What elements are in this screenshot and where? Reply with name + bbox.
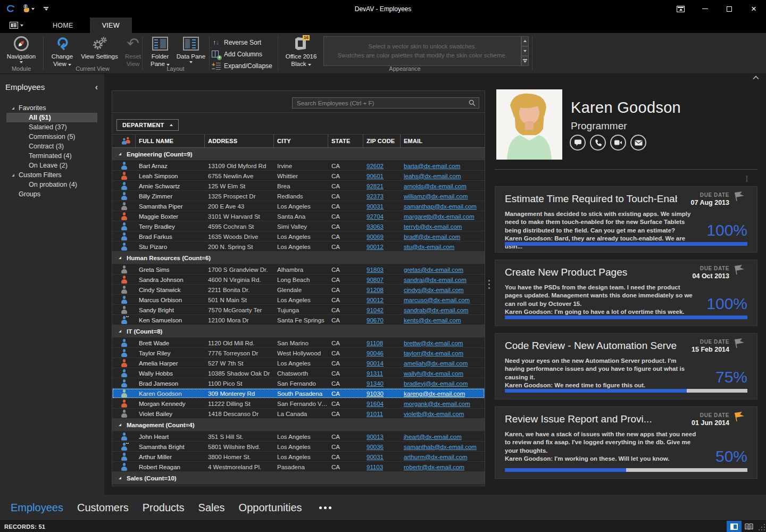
employee-row[interactable]: John Heart 351 S Hill St. Los Angeles CA… (112, 431, 485, 442)
cell-email-link[interactable]: brettw@dx-email.com (401, 340, 485, 346)
cell-email-link[interactable]: ameliah@dx-email.com (401, 360, 485, 367)
gallery-scroll-up-button[interactable] (521, 36, 529, 46)
column-header-icon[interactable] (112, 135, 136, 147)
employee-row[interactable]: Arnie Schwartz 125 W Elm St Brea CA 9282… (112, 181, 485, 191)
resize-grip[interactable] (757, 523, 765, 530)
employee-row[interactable]: Sandra Johnson 4600 N Virginia Rd. Long … (112, 275, 485, 285)
cell-zip-link[interactable]: 91340 (363, 380, 401, 387)
employee-row[interactable]: Violet Bailey 1418 Descanso Dr La Canada… (112, 409, 485, 419)
cell-zip-link[interactable]: 91208 (363, 287, 401, 293)
reverse-sort-button[interactable]: ↑↓ Reverse Sort (212, 37, 261, 48)
close-button[interactable]: × (742, 0, 766, 18)
employee-row[interactable]: Sandy Bright 7570 McGroarty Ter Tujunga … (112, 305, 485, 315)
app-logo-icon[interactable] (4, 3, 17, 15)
employee-row[interactable]: Brad Jameson 1100 Pico St San Fernando C… (112, 378, 485, 388)
cell-zip-link[interactable]: 91011 (363, 411, 401, 417)
employee-row[interactable]: Maggie Boxter 3101 W Harvard St Santa An… (112, 211, 485, 221)
call-button[interactable] (590, 135, 606, 151)
employee-row[interactable]: Marcus Orbison 501 N Main St Los Angeles… (112, 295, 485, 305)
cell-email-link[interactable]: terryb@dx-email.com (401, 223, 485, 230)
cell-email-link[interactable]: kents@dx-email.com (401, 317, 485, 323)
reset-view-button[interactable]: ↶ Reset View (121, 35, 145, 68)
cell-email-link[interactable]: kareng@dx-email.com (401, 390, 485, 397)
sidebar-filter-item[interactable]: Contract (3) (0, 142, 104, 151)
column-header-full-name[interactable]: FULL NAME (136, 135, 205, 147)
cell-email-link[interactable]: gretas@dx-email.com (401, 267, 485, 273)
cell-zip-link[interactable]: 90031 (363, 454, 401, 460)
change-view-button[interactable]: ⟳ Change View (48, 35, 77, 68)
cell-email-link[interactable]: sandraj@dx-email.com (401, 277, 485, 283)
navigation-button[interactable]: Navigation (4, 35, 38, 63)
sidebar-filter-item[interactable]: On Leave (2) (0, 161, 104, 170)
cell-zip-link[interactable]: 93063 (363, 223, 401, 230)
data-pane-button[interactable]: Data Pane (176, 35, 206, 63)
add-columns-button[interactable]: + Add Columns (212, 49, 262, 60)
cell-zip-link[interactable]: 90031 (363, 203, 401, 210)
cell-email-link[interactable]: arnolds@dx-email.com (401, 183, 485, 189)
search-input[interactable] (296, 99, 469, 107)
employee-row[interactable]: Bart Arnaz 13109 Old Myford Rd Irvine CA… (112, 161, 485, 171)
cell-email-link[interactable]: wallyh@dx-email.com (401, 370, 485, 377)
cell-zip-link[interactable]: 90601 (363, 173, 401, 179)
column-header-city[interactable]: CITY (274, 135, 328, 147)
sidebar-filter-item[interactable]: Commission (5) (0, 132, 104, 142)
employee-row[interactable]: Robert Reagan 4 Westmoreland Pl. Pasaden… (112, 462, 485, 472)
sidebar-filter-item[interactable]: Terminated (4) (0, 151, 104, 161)
chat-button[interactable] (570, 135, 586, 151)
nav-item-opportunities[interactable]: Opportunities (239, 502, 302, 514)
search-icon[interactable] (469, 99, 476, 106)
cell-email-link[interactable]: violetb@dx-email.com (401, 411, 485, 417)
grid-group-row[interactable]: Sales (Count=10) (112, 472, 485, 485)
panel-splitter[interactable] (486, 74, 492, 495)
column-header-state[interactable]: STATE (328, 135, 363, 147)
cell-email-link[interactable]: bradf@dx-email.com (401, 234, 485, 240)
cell-email-link[interactable]: marcuso@dx-email.com (401, 297, 485, 303)
tab-view[interactable]: VIEW (90, 18, 132, 33)
employee-row[interactable]: Taylor Riley 7776 Torreyson Dr West Holl… (112, 348, 485, 358)
employee-row[interactable]: Arthur Miller 3800 Homer St. Los Angeles… (112, 452, 485, 462)
book-view-button[interactable] (742, 521, 756, 532)
cell-zip-link[interactable]: 91042 (363, 307, 401, 313)
reading-pane-toggle-button[interactable] (727, 521, 742, 532)
touch-mode-button[interactable] (20, 3, 36, 15)
app-menu-button[interactable] (0, 18, 31, 33)
cell-zip-link[interactable]: 91803 (363, 267, 401, 273)
nav-item-employees[interactable]: Employees (11, 502, 63, 514)
cell-zip-link[interactable]: 91030 (363, 390, 401, 397)
cell-zip-link[interactable]: 91604 (363, 401, 401, 407)
employee-row[interactable]: Morgan Kennedy 11222 Dilling St San Fern… (112, 398, 485, 409)
cell-email-link[interactable]: bradleyj@dx-email.com (401, 380, 485, 387)
employee-row[interactable]: Terry Bradley 4595 Cochran St Simi Valle… (112, 221, 485, 231)
cell-zip-link[interactable]: 91108 (363, 340, 401, 346)
sidebar-filter-item[interactable]: On probation (4) (0, 180, 104, 189)
employee-row[interactable]: Ken Samuelson 12100 Mora Dr Santa Fe Spr… (112, 315, 485, 325)
cell-email-link[interactable]: barta@dx-email.com (401, 163, 485, 169)
gallery-dropdown-button[interactable] (521, 56, 529, 66)
cell-email-link[interactable]: cindys@dx-email.com (401, 287, 485, 293)
sidebar-filter-item[interactable]: All (51) (6, 113, 97, 122)
skin-button[interactable]: 16 Office 2016 Black (282, 35, 320, 68)
cell-zip-link[interactable]: 91311 (363, 370, 401, 377)
cell-zip-link[interactable]: 90670 (363, 317, 401, 323)
employee-row[interactable]: Samantha Piper 200 E Ave 43 Los Angeles … (112, 201, 485, 211)
cell-email-link[interactable]: margaretb@dx-email.com (401, 213, 485, 220)
cell-zip-link[interactable]: 91103 (363, 464, 401, 470)
sidebar-tree-section[interactable]: Custom Filters (0, 170, 104, 180)
employee-row[interactable]: Samantha Bright 5801 Wilshire Blvd. Los … (112, 442, 485, 452)
grid-group-row[interactable]: IT (Count=8) (112, 325, 485, 338)
cell-zip-link[interactable]: 90014 (363, 360, 401, 367)
cell-zip-link[interactable]: 90012 (363, 297, 401, 303)
cell-email-link[interactable]: williamz@dx-email.com (401, 193, 485, 200)
cell-zip-link[interactable]: 90012 (363, 244, 401, 250)
cell-zip-link[interactable]: 92602 (363, 163, 401, 169)
cell-email-link[interactable]: sandrab@dx-email.com (401, 307, 485, 313)
group-by-department-button[interactable]: DEPARTMENT (116, 119, 179, 131)
nav-more-button[interactable] (319, 506, 331, 509)
sidebar-tree-section[interactable]: Groups (0, 189, 104, 199)
view-settings-button[interactable]: View Settings (78, 35, 121, 60)
employee-row[interactable]: Wally Hobbs 10385 Shadow Oak Dr Chatswor… (112, 368, 485, 378)
employee-row[interactable]: Billy Zimmer 1325 Prospect Dr Redlands C… (112, 191, 485, 201)
nav-item-customers[interactable]: Customers (77, 502, 129, 514)
task-card[interactable]: Code Review - New Automation Server DUE … (495, 333, 757, 400)
cell-email-link[interactable]: leahs@dx-email.com (401, 173, 485, 179)
